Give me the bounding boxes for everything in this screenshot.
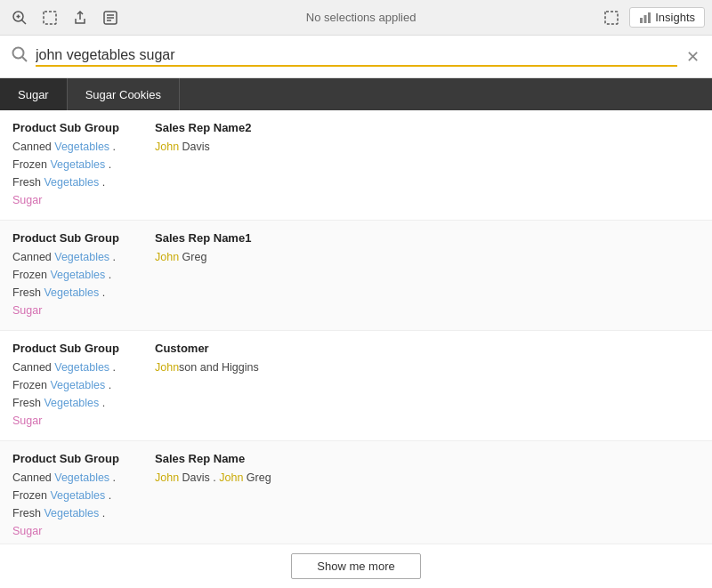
value-token: Greg <box>243 471 271 484</box>
value-token: Frozen <box>12 269 50 281</box>
value-token: John <box>219 471 243 484</box>
value-token: Vegetables <box>44 176 99 189</box>
value-token: son and Higgins <box>179 361 259 374</box>
value-token: Davis . <box>179 471 219 484</box>
svg-point-14 <box>13 48 24 59</box>
right-field-label: Sales Rep Name2 <box>155 121 700 134</box>
value-token: John <box>155 361 179 374</box>
value-token: Vegetables <box>54 471 109 484</box>
right-field-label: Sales Rep Name1 <box>155 231 700 245</box>
left-field-values: Canned Vegetables .Frozen Vegetables .Fr… <box>12 138 155 209</box>
value-token: Fresh <box>12 286 44 299</box>
result-right-1: Sales Rep Name1John Greg <box>155 231 700 266</box>
result-right-3: Sales Rep NameJohn Davis . John Greg <box>155 452 700 487</box>
value-token: Vegetables <box>50 379 105 391</box>
right-field-label: Sales Rep Name <box>155 452 700 465</box>
value-token: Sugar <box>12 415 42 427</box>
right-field-values: John Davis . John Greg <box>155 469 700 487</box>
value-token: John <box>155 141 179 153</box>
insights-label: Insights <box>655 11 695 24</box>
toolbar: No selections applied Insights <box>0 0 712 36</box>
value-token: . <box>105 269 111 281</box>
value-token: John <box>155 471 179 484</box>
value-token: . <box>105 489 111 502</box>
toolbar-select-icon[interactable] <box>599 5 624 30</box>
svg-line-1 <box>22 20 27 24</box>
value-token: . <box>105 158 111 171</box>
value-token: Fresh <box>12 176 44 189</box>
left-field-label: Product Sub Group <box>12 121 155 134</box>
search-clear-icon[interactable]: ✕ <box>684 45 701 68</box>
show-more-button[interactable]: Show me more <box>291 553 420 579</box>
value-token: Vegetables <box>44 507 99 520</box>
value-token: Sugar <box>12 525 42 537</box>
tab-sugar-cookies[interactable]: Sugar Cookies <box>68 78 180 110</box>
insights-button[interactable]: Insights <box>629 7 705 28</box>
search-bar: ✕ <box>0 36 712 78</box>
value-token: Vegetables <box>44 397 99 409</box>
zoom-icon[interactable] <box>7 5 32 30</box>
result-left-1: Product Sub GroupCanned Vegetables .Froz… <box>12 231 155 319</box>
toolbar-right: Insights <box>599 5 705 30</box>
value-token: Davis <box>179 141 210 153</box>
svg-rect-12 <box>644 15 647 23</box>
value-token: Canned <box>12 141 54 153</box>
value-token: Fresh <box>12 507 44 520</box>
right-field-label: Customer <box>155 342 700 355</box>
value-token: Fresh <box>12 397 44 409</box>
value-token: . <box>105 379 111 391</box>
left-field-values: Canned Vegetables .Frozen Vegetables .Fr… <box>12 469 155 540</box>
value-token: Sugar <box>12 304 42 317</box>
value-token: . <box>99 397 105 409</box>
value-token: Vegetables <box>50 489 105 502</box>
result-left-3: Product Sub GroupCanned Vegetables .Froz… <box>12 452 155 540</box>
select-icon[interactable] <box>37 5 62 30</box>
tab-sugar[interactable]: Sugar <box>0 78 68 110</box>
value-token: Frozen <box>12 379 50 391</box>
value-token: Frozen <box>12 158 50 171</box>
value-token: Frozen <box>12 489 50 502</box>
value-token: Sugar <box>12 194 42 206</box>
svg-rect-11 <box>640 18 643 23</box>
tabs: Sugar Sugar Cookies <box>0 78 712 110</box>
value-token: John <box>155 251 179 263</box>
value-token: Canned <box>12 361 54 374</box>
table-row: Product Sub GroupCanned Vegetables .Froz… <box>0 221 712 331</box>
result-left-0: Product Sub GroupCanned Vegetables .Froz… <box>12 121 155 209</box>
value-token: Vegetables <box>44 286 99 299</box>
left-field-values: Canned Vegetables .Frozen Vegetables .Fr… <box>12 248 155 319</box>
smart-icon[interactable] <box>98 5 123 30</box>
value-token: Vegetables <box>54 251 109 263</box>
export-icon[interactable] <box>68 5 93 30</box>
value-token: . <box>99 176 105 189</box>
left-field-label: Product Sub Group <box>12 231 155 245</box>
result-right-0: Sales Rep Name2John Davis <box>155 121 700 156</box>
value-token: . <box>99 507 105 520</box>
value-token: Vegetables <box>54 361 109 374</box>
right-field-values: John Davis <box>155 138 700 156</box>
svg-rect-13 <box>648 12 651 23</box>
table-row: Product Sub GroupCanned Vegetables .Froz… <box>0 110 712 221</box>
value-token: Greg <box>179 251 206 263</box>
value-token: Vegetables <box>54 141 109 153</box>
value-token: Canned <box>12 471 54 484</box>
results-list: Product Sub GroupCanned Vegetables .Froz… <box>0 110 712 544</box>
search-input[interactable] <box>36 47 677 67</box>
result-right-2: CustomerJohnson and Higgins <box>155 342 700 376</box>
value-token: Vegetables <box>50 269 105 281</box>
svg-line-15 <box>22 57 27 61</box>
search-bar-icon <box>11 45 28 68</box>
value-token: . <box>99 286 105 299</box>
toolbar-status: No selections applied <box>128 11 594 24</box>
result-left-2: Product Sub GroupCanned Vegetables .Froz… <box>12 342 155 430</box>
table-row: Product Sub GroupCanned Vegetables .Froz… <box>0 331 712 441</box>
show-more-bar: Show me more <box>0 544 712 588</box>
table-row: Product Sub GroupCanned Vegetables .Froz… <box>0 441 712 544</box>
left-field-label: Product Sub Group <box>12 342 155 355</box>
value-token: Vegetables <box>50 158 105 171</box>
left-field-label: Product Sub Group <box>12 452 155 465</box>
value-token: . <box>109 471 116 484</box>
value-token: . <box>109 141 116 153</box>
svg-rect-10 <box>605 12 618 24</box>
value-token: . <box>109 251 116 263</box>
